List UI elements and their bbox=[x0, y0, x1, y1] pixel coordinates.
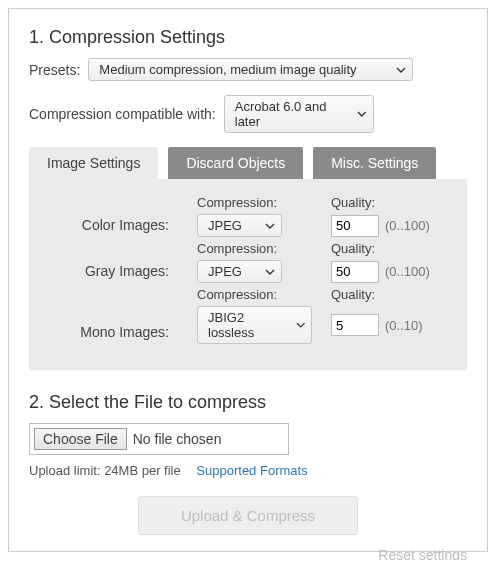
upload-compress-button[interactable]: Upload & Compress bbox=[138, 496, 358, 535]
tab-discard-objects[interactable]: Discard Objects bbox=[168, 147, 303, 179]
col-compression: Compression: bbox=[197, 195, 307, 210]
chevron-down-icon bbox=[357, 109, 367, 119]
choose-file-button[interactable]: Choose File bbox=[34, 428, 127, 450]
presets-row: Presets: Medium compression, medium imag… bbox=[29, 58, 467, 81]
color-quality-hint: (0..100) bbox=[385, 218, 430, 233]
mono-quality-input[interactable] bbox=[331, 314, 379, 336]
color-quality-input[interactable] bbox=[331, 215, 379, 237]
compat-row: Compression compatible with: Acrobat 6.0… bbox=[29, 95, 467, 133]
gray-compression-select[interactable]: JPEG bbox=[197, 260, 282, 283]
upload-limit: Upload limit: 24MB per file bbox=[29, 463, 181, 478]
image-settings-panel: Compression: Quality: Color Images: JPEG… bbox=[29, 179, 467, 370]
compat-select[interactable]: Acrobat 6.0 and later bbox=[224, 95, 374, 133]
section-2-title: 2. Select the File to compress bbox=[29, 392, 467, 413]
mono-quality-hint: (0..10) bbox=[385, 318, 423, 333]
presets-label: Presets: bbox=[29, 62, 80, 78]
chevron-down-icon bbox=[396, 65, 406, 75]
settings-panel: 1. Compression Settings Presets: Medium … bbox=[8, 8, 488, 552]
presets-select[interactable]: Medium compression, medium image quality bbox=[88, 58, 413, 81]
color-compression-select[interactable]: JPEG bbox=[197, 214, 282, 237]
mono-compression-select[interactable]: JBIG2 lossless bbox=[197, 306, 312, 344]
gray-quality-hint: (0..100) bbox=[385, 264, 430, 279]
file-chosen-text: No file chosen bbox=[133, 431, 222, 447]
col-quality: Quality: bbox=[331, 195, 436, 210]
tab-image-settings[interactable]: Image Settings bbox=[29, 147, 158, 179]
chevron-down-icon bbox=[265, 221, 275, 231]
compat-value: Acrobat 6.0 and later bbox=[235, 99, 351, 129]
reset-settings-link[interactable]: Reset settings bbox=[29, 547, 467, 560]
supported-formats-link[interactable]: Supported Formats bbox=[196, 463, 307, 478]
tabs: Image Settings Discard Objects Misc. Set… bbox=[29, 147, 467, 179]
compat-label: Compression compatible with: bbox=[29, 106, 216, 122]
chevron-down-icon bbox=[296, 320, 305, 330]
gray-images-label: Gray Images: bbox=[53, 263, 173, 279]
tab-misc-settings[interactable]: Misc. Settings bbox=[313, 147, 436, 179]
chevron-down-icon bbox=[265, 267, 275, 277]
color-images-label: Color Images: bbox=[53, 217, 173, 233]
section-1-title: 1. Compression Settings bbox=[29, 27, 467, 48]
gray-quality-input[interactable] bbox=[331, 261, 379, 283]
file-input[interactable]: Choose File No file chosen bbox=[29, 423, 289, 455]
mono-images-label: Mono Images: bbox=[53, 324, 173, 340]
presets-value: Medium compression, medium image quality bbox=[99, 62, 356, 77]
